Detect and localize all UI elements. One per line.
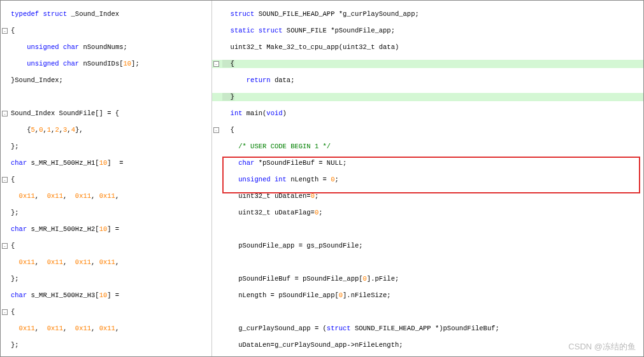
right-code-pane[interactable]: struct SOUND_FILE_HEAD_APP *g_curPlaySou… xyxy=(212,1,643,356)
fold-icon[interactable]: - xyxy=(2,177,8,183)
fold-icon[interactable]: - xyxy=(2,243,8,249)
fold-icon[interactable]: - xyxy=(2,309,8,315)
fold-icon[interactable]: - xyxy=(2,111,8,116)
fold-icon[interactable]: - xyxy=(2,28,8,34)
left-code-pane[interactable]: typedef struct _Sound_Index -{ unsigned … xyxy=(1,1,212,356)
watermark-text: CSDN @冻结的鱼 xyxy=(568,341,636,353)
fold-icon[interactable]: - xyxy=(213,61,219,67)
code-editor-container: typedef struct _Sound_Index -{ unsigned … xyxy=(1,1,643,356)
fold-icon[interactable]: - xyxy=(213,127,219,133)
